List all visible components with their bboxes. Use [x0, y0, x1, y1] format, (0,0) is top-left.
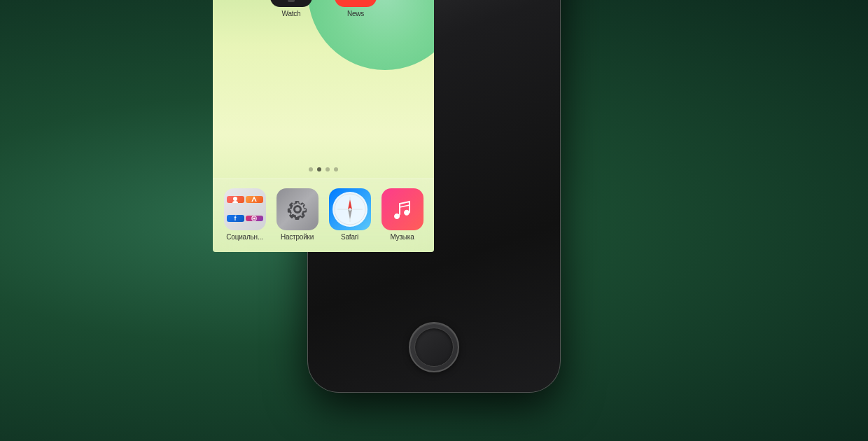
safari-label: Safari: [341, 233, 358, 241]
page-dots: [213, 167, 434, 172]
svg-point-2: [253, 218, 255, 220]
social-label: Социальн...: [226, 233, 262, 241]
phone-body: Watch 📰 News: [308, 0, 560, 392]
social-folder-icon[interactable]: f: [224, 188, 266, 230]
dot-1: [309, 167, 313, 172]
folder-mini-3: f: [227, 215, 244, 222]
app-safari[interactable]: Safari: [323, 188, 376, 241]
watch-icon[interactable]: [270, 0, 312, 7]
app-watch[interactable]: Watch: [265, 0, 318, 18]
app-settings[interactable]: Настройки: [271, 188, 323, 241]
safari-icon[interactable]: [329, 188, 371, 230]
dot-3: [326, 167, 330, 172]
dock: f Социальн...: [213, 178, 434, 252]
dot-2-active: [317, 167, 321, 172]
folder-mini-4: [246, 216, 263, 221]
svg-point-0: [233, 197, 237, 201]
news-icon[interactable]: 📰: [335, 0, 377, 7]
wallpaper: Watch 📰 News: [213, 0, 434, 252]
settings-icon[interactable]: [276, 188, 318, 230]
app-news[interactable]: 📰 News: [329, 0, 382, 18]
watch-label: Watch: [282, 10, 301, 18]
safari-svg: [332, 191, 368, 227]
dot-4: [334, 167, 338, 172]
top-apps-row: Watch 📰 News: [213, 0, 434, 18]
home-button[interactable]: [409, 322, 459, 372]
music-svg: [390, 197, 415, 222]
gear-svg: [285, 197, 310, 222]
news-label: News: [347, 10, 364, 18]
home-button-inner: [414, 328, 454, 367]
folder-mini-2: [246, 196, 263, 203]
settings-label: Настройки: [281, 233, 314, 241]
app-music[interactable]: Музыка: [376, 188, 428, 241]
app-social[interactable]: f Социальн...: [218, 188, 271, 241]
phone-screen: Watch 📰 News: [213, 0, 434, 252]
music-label: Музыка: [390, 233, 414, 241]
folder-mini-1: [227, 196, 244, 203]
music-icon[interactable]: [382, 188, 424, 230]
